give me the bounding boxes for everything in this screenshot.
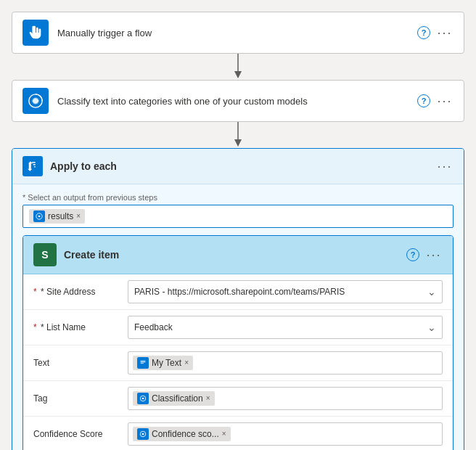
classify-title: Classify text into categories with one o… [57,96,417,107]
results-token-close[interactable]: × [76,213,81,220]
apply-each-body: * Select an output from previous steps r… [12,184,464,450]
classification-token-text: Classification [152,393,203,404]
list-name-arrow: ⌄ [427,322,436,333]
confidence-token-close[interactable]: × [222,430,226,438]
classify-help-btn[interactable]: ? [417,94,430,107]
apply-each-container: Apply to each ··· * Select an output fro… [12,148,464,450]
list-name-label: * * List Name [33,322,128,332]
trigger-icon [22,20,49,46]
apply-each-svg [26,160,39,173]
my-text-token-close[interactable]: × [184,359,189,367]
classification-token-icon [137,393,149,404]
my-text-token-icon [137,357,149,369]
site-address-dropdown[interactable]: PARIS - https://microsoft.sharepoint.com… [128,280,443,303]
tag-label: Tag [33,393,128,404]
classify-icon-box [22,88,49,114]
results-token-text: results [48,211,73,221]
apply-each-header: Apply to each ··· [12,149,464,184]
site-address-row: * * Site Address PARIS - https://microso… [23,274,453,310]
tag-row: Tag Classification [23,381,453,417]
classification-token-close[interactable]: × [206,395,210,402]
down-arrow-svg-1 [232,54,244,80]
svg-marker-1 [234,71,242,78]
site-address-value: PARIS - https://microsoft.sharepoint.com… [128,280,443,303]
create-item-header: S Create item ? ··· [23,236,453,274]
site-address-label: * * Site Address [33,287,128,297]
confidence-score-row: Confidence Score Confidence sco [23,417,453,450]
create-item-more-btn[interactable]: ··· [425,246,443,263]
trigger-more-btn[interactable]: ··· [436,24,454,41]
my-text-token: My Text × [133,356,193,370]
tag-value: Classification × [128,387,443,410]
list-name-dropdown[interactable]: Feedback ⌄ [128,316,443,339]
list-name-value: Feedback ⌄ [128,316,443,339]
tag-token-field[interactable]: Classification × [128,387,443,410]
apply-each-more-btn[interactable]: ··· [436,158,454,175]
text-value: My Text × [128,351,443,375]
arrow-2 [12,122,464,148]
classify-actions: ? ··· [417,92,454,110]
confidence-score-label: Confidence Score [33,429,128,439]
classification-token: Classification × [133,391,215,406]
confidence-token-field[interactable]: Confidence sco... × [128,422,443,446]
confidence-token: Confidence sco... × [133,427,231,441]
site-address-text: PARIS - https://microsoft.sharepoint.com… [134,287,427,297]
arrow-1 [12,54,464,80]
my-text-token-text: My Text [152,358,181,368]
create-item-help-btn[interactable]: ? [406,248,419,261]
confidence-token-text: Confidence sco... [152,429,219,439]
trigger-help-btn[interactable]: ? [417,26,430,39]
select-output-label: * Select an output from previous steps [22,193,454,202]
list-name-row: * * List Name Feedback ⌄ [23,310,453,345]
trigger-title: Manually trigger a flow [57,28,417,38]
results-token-icon [33,210,45,222]
svg-marker-5 [234,139,242,147]
create-item-icon: S [33,243,57,266]
hand-svg [28,25,44,41]
apply-each-icon [22,156,43,176]
create-item-card: S Create item ? ··· * * Site Address PAR… [22,235,454,450]
create-item-title: Create item [64,249,406,261]
trigger-actions: ? ··· [417,24,454,41]
text-token-field[interactable]: My Text × [128,351,443,375]
apply-each-title: Apply to each [50,160,436,172]
site-address-arrow: ⌄ [427,286,436,298]
classify-card: Classify text into categories with one o… [12,80,464,122]
create-item-body: * * Site Address PARIS - https://microso… [23,274,453,450]
output-token-input[interactable]: results × [22,205,454,228]
text-row: Text My Text × [23,345,453,381]
classify-svg [28,93,44,109]
confidence-token-icon [137,428,149,440]
confidence-score-value: Confidence sco... × [128,422,443,446]
trigger-card: Manually trigger a flow ? ··· [12,12,464,54]
results-token: results × [29,209,85,224]
down-arrow-svg-2 [232,122,244,148]
text-label: Text [33,358,128,368]
list-name-text: Feedback [134,322,427,332]
classify-more-btn[interactable]: ··· [436,92,454,110]
